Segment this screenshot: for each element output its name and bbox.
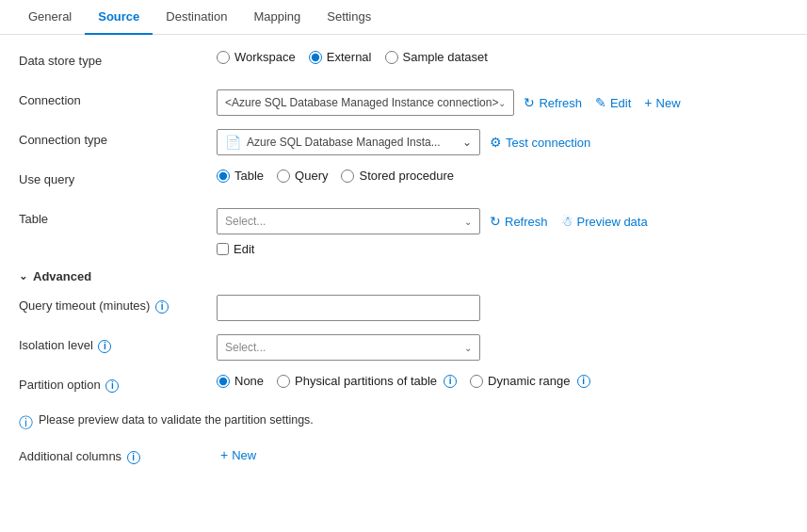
additional-columns-plus-icon: + <box>220 447 228 462</box>
table-edit-checkbox-input[interactable] <box>217 243 229 255</box>
use-query-label: Use query <box>19 169 217 186</box>
preview-data-button[interactable]: ☃ Preview data <box>557 212 652 231</box>
radio-external-label: External <box>327 50 372 64</box>
connection-new-button[interactable]: + New <box>640 93 684 112</box>
connection-type-chevron-icon: ⌄ <box>462 136 472 149</box>
isolation-level-chevron-icon: ⌄ <box>464 343 472 353</box>
data-store-type-options: Workspace External Sample dataset <box>217 50 488 64</box>
radio-external[interactable]: External <box>309 50 372 64</box>
use-query-row: Use query Table Query Stored procedure <box>19 169 788 195</box>
tab-list: General Source Destination Mapping Setti… <box>0 0 807 35</box>
query-timeout-label-text: Query timeout (minutes) <box>19 298 150 313</box>
radio-partition-none[interactable]: None <box>217 374 264 388</box>
radio-external-input[interactable] <box>309 51 322 64</box>
tab-source[interactable]: Source <box>85 0 153 35</box>
table-refresh-icon: ↻ <box>490 214 501 229</box>
tab-general[interactable]: General <box>15 0 85 35</box>
connection-refresh-label: Refresh <box>539 96 582 110</box>
radio-query-label: Query <box>295 169 328 183</box>
additional-columns-new-button[interactable]: + New <box>217 445 260 464</box>
radio-table[interactable]: Table <box>217 169 264 183</box>
radio-query-input[interactable] <box>277 169 290 183</box>
use-query-options: Table Query Stored procedure <box>217 169 454 183</box>
advanced-section[interactable]: ⌄ Advanced <box>19 269 788 283</box>
isolation-level-control: Select... ⌄ <box>217 334 788 361</box>
radio-workspace[interactable]: Workspace <box>217 50 296 64</box>
partition-physical-info-icon[interactable]: i <box>444 375 457 388</box>
additional-columns-label: Additional columns i <box>19 445 217 464</box>
radio-partition-physical-label: Physical partitions of table <box>295 374 437 388</box>
additional-columns-info-icon[interactable]: i <box>127 451 140 464</box>
isolation-level-row: Isolation level i Select... ⌄ <box>19 334 788 361</box>
table-refresh-label: Refresh <box>505 215 548 229</box>
query-timeout-info-icon[interactable]: i <box>155 300 169 314</box>
table-label: Table <box>19 208 217 226</box>
connection-edit-label: Edit <box>610 96 631 110</box>
connection-type-label: Connection type <box>19 129 217 147</box>
radio-partition-physical-input[interactable] <box>277 375 290 388</box>
radio-partition-dynamic[interactable]: Dynamic range i <box>470 374 589 388</box>
info-icon: ⓘ <box>19 414 33 432</box>
connection-row: Connection <Azure SQL Database Managed I… <box>19 89 788 116</box>
table-edit-row: Edit <box>217 242 254 256</box>
partition-dynamic-info-icon[interactable]: i <box>577 375 590 388</box>
tab-settings[interactable]: Settings <box>314 0 384 35</box>
table-refresh-button[interactable]: ↻ Refresh <box>486 212 552 231</box>
partition-option-row: Partition option i None Physical partiti… <box>19 374 788 400</box>
connection-refresh-button[interactable]: ↻ Refresh <box>520 93 586 112</box>
table-chevron-icon: ⌄ <box>464 217 472 227</box>
table-dropdown[interactable]: Select... ⌄ <box>217 208 480 234</box>
radio-stored-procedure-input[interactable] <box>341 169 354 183</box>
tabs-bar: General Source Destination Mapping Setti… <box>0 0 807 35</box>
connection-type-dropdown[interactable]: 📄 Azure SQL Database Managed Insta... ⌄ <box>217 129 480 155</box>
radio-stored-procedure-label: Stored procedure <box>359 169 453 183</box>
preview-icon: ☃ <box>561 214 573 229</box>
additional-columns-control: + New <box>217 445 788 464</box>
query-timeout-row: Query timeout (minutes) i <box>19 295 788 321</box>
advanced-label: Advanced <box>33 269 91 283</box>
query-timeout-label: Query timeout (minutes) i <box>19 295 217 314</box>
test-connection-label: Test connection <box>506 136 590 150</box>
table-row: Table Select... ⌄ ↻ Refresh ☃ Preview da… <box>19 208 788 256</box>
connection-type-row: Connection type 📄 Azure SQL Database Man… <box>19 129 788 155</box>
test-connection-button[interactable]: ⚙ Test connection <box>486 133 594 152</box>
partition-info-message: ⓘ Please preview data to validate the pa… <box>19 413 788 432</box>
radio-workspace-input[interactable] <box>217 51 230 64</box>
radio-table-input[interactable] <box>217 169 230 183</box>
partition-option-info-icon[interactable]: i <box>105 379 119 393</box>
radio-sample-label: Sample dataset <box>403 50 488 64</box>
plus-icon: + <box>644 95 652 110</box>
radio-workspace-label: Workspace <box>234 50 296 64</box>
partition-option-label-text: Partition option <box>19 378 101 392</box>
partition-option-control: None Physical partitions of table i Dyna… <box>217 374 788 388</box>
radio-sample[interactable]: Sample dataset <box>385 50 488 64</box>
radio-stored-procedure[interactable]: Stored procedure <box>341 169 453 183</box>
preview-data-label: Preview data <box>577 215 648 229</box>
tab-mapping[interactable]: Mapping <box>240 0 314 35</box>
tab-destination[interactable]: Destination <box>153 0 240 35</box>
query-timeout-input[interactable] <box>217 295 480 321</box>
connection-dropdown[interactable]: <Azure SQL Database Managed Instance con… <box>217 89 514 116</box>
connection-control: <Azure SQL Database Managed Instance con… <box>217 89 788 116</box>
isolation-level-info-icon[interactable]: i <box>98 340 111 353</box>
connection-new-label: New <box>656 96 681 110</box>
radio-partition-dynamic-input[interactable] <box>470 375 483 388</box>
use-query-control: Table Query Stored procedure <box>217 169 788 183</box>
connection-chevron-icon: ⌄ <box>498 98 506 108</box>
table-edit-checkbox[interactable]: Edit <box>217 242 254 256</box>
table-edit-label: Edit <box>234 242 254 256</box>
query-timeout-control <box>217 295 788 321</box>
isolation-level-dropdown[interactable]: Select... ⌄ <box>217 334 480 361</box>
radio-query[interactable]: Query <box>277 169 328 183</box>
connection-value: <Azure SQL Database Managed Instance con… <box>225 96 498 109</box>
connection-edit-button[interactable]: ✎ Edit <box>591 93 635 112</box>
radio-partition-physical[interactable]: Physical partitions of table i <box>277 374 457 388</box>
radio-partition-none-input[interactable] <box>217 375 230 388</box>
radio-sample-input[interactable] <box>385 51 398 64</box>
refresh-icon: ↻ <box>524 95 535 110</box>
table-control: Select... ⌄ ↻ Refresh ☃ Preview data Edi… <box>217 208 788 256</box>
table-placeholder: Select... <box>225 215 266 228</box>
connection-type-value: Azure SQL Database Managed Insta... <box>247 136 441 149</box>
connection-type-control: 📄 Azure SQL Database Managed Insta... ⌄ … <box>217 129 788 155</box>
additional-columns-new-label: New <box>232 448 256 462</box>
